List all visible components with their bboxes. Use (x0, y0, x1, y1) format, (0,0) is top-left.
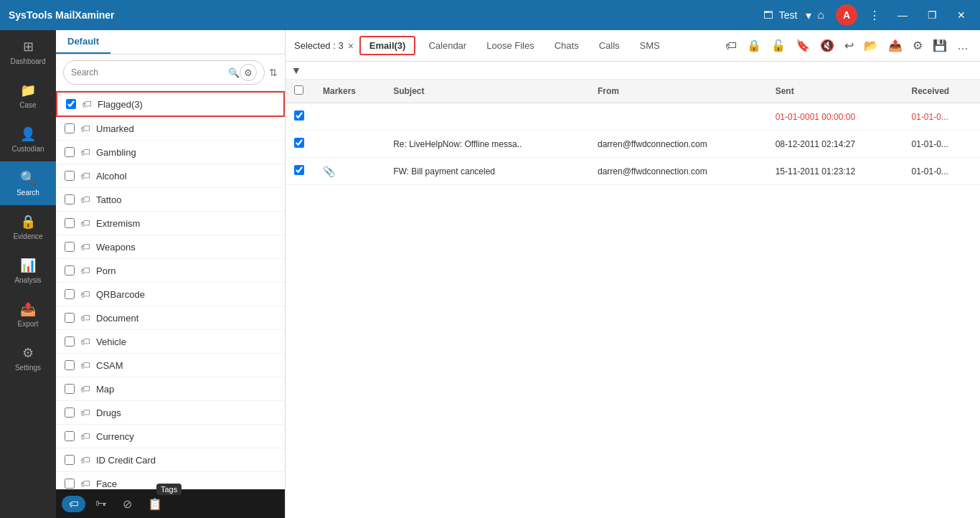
tag-checkbox-porn[interactable] (65, 265, 75, 276)
avatar-button[interactable]: A (836, 4, 857, 26)
action-lock1[interactable]: 🔒 (744, 36, 764, 55)
tag-checkbox-document[interactable] (65, 313, 75, 323)
tab-loosefiles[interactable]: Loose Files (479, 36, 541, 55)
sidebar-label-analysis: Analysis (14, 276, 41, 284)
tag-checkbox-drugs[interactable] (65, 408, 75, 418)
row-checkbox-2[interactable] (294, 138, 304, 148)
search-input[interactable] (71, 67, 228, 77)
sidebar-item-analysis[interactable]: 📊 Analysis (0, 249, 56, 293)
tag-item-currency[interactable]: 🏷 Currency (56, 425, 285, 448)
tab-chats[interactable]: Chats (547, 36, 586, 55)
sidebar-item-custodian[interactable]: 👤 Custodian (0, 118, 56, 161)
row-received-2: 01-01-0... (903, 131, 980, 158)
tag-checkbox-flagged[interactable] (66, 99, 76, 109)
titlebar: SysTools MailXaminer 🗔 Test ▾ ⌂ A ⋮ — ❐ … (0, 0, 980, 30)
action-undo[interactable]: ↩ (842, 36, 857, 55)
tag-checkbox-alcohol[interactable] (65, 171, 75, 181)
tags-active-button[interactable]: 🏷 (62, 496, 85, 512)
close-selection-button[interactable]: × (348, 40, 354, 52)
action-export[interactable]: 📤 (885, 36, 905, 55)
row-subject-2: Re: LiveHelpNow: Offline messa.. (385, 131, 589, 158)
tag-icon-porn: 🏷 (80, 265, 90, 276)
tag-checkbox-face[interactable] (65, 479, 75, 489)
tab-calendar[interactable]: Calendar (421, 36, 473, 55)
table-row[interactable]: 📎 FW: Bill payment canceled darren@ffwdc… (286, 158, 980, 185)
tag-item-gambling[interactable]: 🏷 Gambling (56, 141, 285, 164)
action-save[interactable]: 💾 (930, 36, 950, 55)
tag-checkbox-currency[interactable] (65, 431, 75, 441)
tag-item-tattoo[interactable]: 🏷 Tattoo (56, 188, 285, 212)
tag-item-qrbarcode[interactable]: 🏷 QRBarcode (56, 283, 285, 306)
filter-bottom-button[interactable]: ⊘ (117, 494, 138, 514)
tag-label-csam: CSAM (96, 360, 123, 371)
tag-item-flagged[interactable]: 🏷 Flagged(3) (56, 91, 285, 117)
filter-button[interactable]: ▼ (291, 65, 301, 76)
tag-item-document[interactable]: 🏷 Document (56, 306, 285, 330)
restore-button[interactable]: ❐ (922, 6, 943, 24)
action-mute[interactable]: 🔇 (817, 36, 837, 55)
tag-checkbox-csam[interactable] (65, 360, 75, 370)
titlebar-controls: ⌂ A ⋮ — ❐ ✕ (814, 4, 971, 26)
select-all-checkbox[interactable] (294, 85, 303, 95)
dashboard-icon: ⊞ (23, 39, 34, 55)
sidebar-item-dashboard[interactable]: ⊞ Dashboard (0, 30, 56, 74)
tag-item-alcohol[interactable]: 🏷 Alcohol (56, 164, 285, 188)
tag-item-csam[interactable]: 🏷 CSAM (56, 354, 285, 377)
tag-checkbox-creditcard[interactable] (65, 455, 75, 465)
tag-item-porn[interactable]: 🏷 Porn (56, 259, 285, 283)
close-button[interactable]: ✕ (951, 6, 971, 24)
tab-default[interactable]: Default (56, 30, 110, 54)
sidebar-item-export[interactable]: 📤 Export (0, 293, 56, 336)
sidebar-item-settings[interactable]: ⚙ Settings (0, 336, 56, 380)
tag-checkbox-vehicle[interactable] (65, 336, 75, 347)
tag-checkbox-qrbarcode[interactable] (65, 289, 75, 299)
key-button[interactable]: 🗝 (90, 494, 113, 513)
tag-flag-icon: 🏷 (82, 98, 92, 110)
tag-item-drugs[interactable]: 🏷 Drugs (56, 401, 285, 425)
tag-checkbox-unmarked[interactable] (65, 123, 75, 133)
minimize-button[interactable]: — (892, 6, 913, 24)
row-checkbox-cell (286, 131, 314, 158)
tag-item-map[interactable]: 🏷 Map (56, 377, 285, 401)
search-settings-button[interactable]: ⚙ (240, 64, 257, 81)
tag-item-weapons[interactable]: 🏷 Weapons (56, 235, 285, 259)
action-folder[interactable]: 📂 (861, 36, 881, 55)
search-button[interactable]: 🔍 (228, 67, 240, 78)
tag-checkbox-gambling[interactable] (65, 147, 75, 157)
sidebar-item-case[interactable]: 📁 Case (0, 74, 56, 118)
row-checkbox-3[interactable] (294, 165, 304, 175)
row-from-3: darren@ffwdconnection.com (589, 158, 767, 185)
action-bookmark[interactable]: 🔖 (793, 36, 813, 55)
home-button[interactable]: ⌂ (814, 6, 827, 24)
tag-label-tattoo: Tattoo (96, 194, 121, 205)
tab-email[interactable]: Email(3) (359, 36, 416, 55)
tag-icon-face: 🏷 (80, 478, 90, 489)
tag-checkbox-extremism[interactable] (65, 218, 75, 228)
window-icon: 🗔 (763, 9, 773, 21)
tag-item-creditcard[interactable]: 🏷 ID Credit Card (56, 448, 285, 472)
tag-item-extremism[interactable]: 🏷 Extremism (56, 212, 285, 235)
tag-checkbox-weapons[interactable] (65, 242, 75, 252)
sidebar-item-search[interactable]: 🔍 Search (0, 161, 56, 205)
tab-sms[interactable]: SMS (633, 36, 667, 55)
window-dropdown[interactable]: ▾ (803, 6, 814, 25)
table-row[interactable]: Re: LiveHelpNow: Offline messa.. darren@… (286, 131, 980, 158)
action-lock2[interactable]: 🔓 (768, 36, 788, 55)
action-tag[interactable]: 🏷 (722, 37, 740, 55)
right-panel: Selected : 3 × Email(3) Calendar Loose F… (286, 30, 980, 518)
action-settings[interactable]: ⚙ (910, 36, 925, 55)
clipboard-button[interactable]: 📋 (142, 494, 168, 514)
sidebar-item-evidence[interactable]: 🔒 Evidence (0, 205, 56, 249)
tag-label-gambling: Gambling (96, 147, 136, 158)
tag-item-vehicle[interactable]: 🏷 Vehicle (56, 330, 285, 354)
tag-checkbox-map[interactable] (65, 384, 75, 394)
sort-button[interactable]: ⇅ (269, 67, 278, 78)
tag-checkbox-tattoo[interactable] (65, 194, 75, 204)
row-checkbox-cell (286, 103, 314, 131)
tab-calls[interactable]: Calls (592, 36, 627, 55)
action-more[interactable]: … (954, 37, 971, 55)
tag-item-unmarked[interactable]: 🏷 Umarked (56, 117, 285, 141)
table-row[interactable]: 01-01-0001 00:00:00 01-01-0... (286, 103, 980, 131)
more-button[interactable]: ⋮ (866, 6, 883, 25)
row-checkbox-1[interactable] (294, 110, 304, 121)
